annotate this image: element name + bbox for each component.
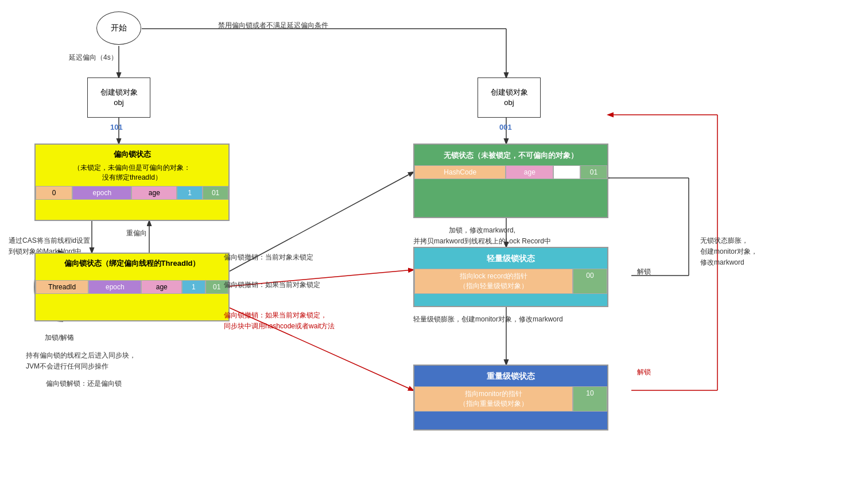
- unlocked-state-cells: HashCode age 0 01: [414, 165, 607, 179]
- cell-0: 0: [36, 186, 72, 200]
- diagram-container: 开始 延迟偏向（4s） 禁用偏向锁或者不满足延迟偏向条件 创建锁对象obj 10…: [0, 0, 846, 504]
- create-obj-right: 创建锁对象obj: [478, 77, 541, 118]
- disable-bias-label: 禁用偏向锁或者不满足延迟偏向条件: [218, 21, 328, 30]
- lightweight-state-cells: 指向lock record的指针（指向轻量级锁对象） 00: [414, 269, 607, 294]
- cell-age3: age: [506, 165, 553, 179]
- hold-bias-label: 持有偏向锁的线程之后进入同步块，JVM不会进行任何同步操作: [26, 350, 136, 372]
- code-101: 101: [110, 123, 123, 131]
- biased-state-1-cells: 0 epoch age 1 01: [36, 186, 228, 200]
- cell-epoch: epoch: [72, 186, 131, 200]
- heavyweight-state-cells: 指向monitor的指针（指向重量级锁对象） 10: [414, 386, 607, 412]
- code-001: 001: [499, 123, 512, 131]
- cell-lock-record: 指向lock record的指针（指向轻量级锁对象）: [414, 269, 573, 294]
- cell-epoch2: epoch: [88, 280, 141, 294]
- create-obj-left: 创建锁对象obj: [87, 77, 150, 118]
- heavyweight-state-title: 重量级锁状态: [414, 366, 607, 386]
- lock-unlock-label: 加锁/解锩: [45, 333, 74, 343]
- cell-0u: 0: [553, 165, 580, 179]
- cell-hashcode: HashCode: [414, 165, 506, 179]
- lightweight-expand-label: 轻量级锁膨胀，创建monitor对象，修改markword: [413, 315, 563, 324]
- bias-revoke-2-label: 偏向锁撤销：如果当前对象锁定: [224, 280, 320, 290]
- biased-state-2-title: 偏向锁状态（绑定偏向线程的ThreadId）: [36, 254, 228, 271]
- biased-state-1: 偏向锁状态 （未锁定，未偏向但是可偏向的对象：没有绑定threadId） 0 e…: [34, 144, 230, 221]
- bias-revoke-1-label: 偏向锁撤销：当前对象未锁定: [224, 253, 313, 262]
- start-label: 开始: [111, 23, 127, 33]
- cell-threadid: ThreadId: [36, 280, 88, 294]
- start-node: 开始: [96, 11, 141, 45]
- cell-1: 1: [177, 186, 203, 200]
- cell-00: 00: [573, 269, 607, 294]
- lightweight-state-title: 轻量级锁状态: [414, 248, 607, 269]
- heavyweight-state: 重量级锁状态 指向monitor的指针（指向重量级锁对象） 10: [413, 365, 608, 431]
- re-bias-label: 重偏向: [126, 228, 147, 238]
- cell-01u: 01: [580, 165, 607, 179]
- cell-monitor: 指向monitor的指针（指向重量级锁对象）: [414, 386, 573, 412]
- cell-age2: age: [141, 280, 182, 294]
- add-lock-label: 加锁，修改markword,并拷贝markword到线程栈上的Lock Reco…: [413, 225, 551, 247]
- biased-state-2: 偏向锁状态（绑定偏向线程的ThreadId） ThreadId epoch ag…: [34, 253, 230, 321]
- lightweight-state: 轻量级锁状态 指向lock record的指针（指向轻量级锁对象） 00: [413, 247, 608, 307]
- no-lock-expand-label: 无锁状态膨胀，创建monitor对象，修改markword: [700, 235, 758, 269]
- cell-12: 1: [182, 280, 205, 294]
- bias-revoke-3-label: 偏向锁撤销：如果当前对象锁定，同步块中调用hashcode或者wait方法: [224, 310, 335, 332]
- unlock-label-1: 解锁: [637, 267, 651, 277]
- unlocked-state: 无锁状态（未被锁定，不可偏向的对象） HashCode age 0 01: [413, 144, 608, 218]
- unlock-label-2: 解锁: [637, 367, 651, 377]
- biased-state-1-subtitle: （未锁定，未偏向但是可偏向的对象：没有绑定threadId）: [36, 162, 228, 186]
- cell-10: 10: [573, 386, 607, 412]
- bias-unlock-label: 偏向锁解锁：还是偏向锁: [46, 379, 122, 389]
- cell-age: age: [131, 186, 177, 200]
- delay-bias-label: 延迟偏向（4s）: [69, 53, 118, 63]
- biased-state-2-cells: ThreadId epoch age 1 01: [36, 280, 228, 294]
- unlocked-state-title: 无锁状态（未被锁定，不可偏向的对象）: [414, 145, 607, 165]
- cell-01: 01: [203, 186, 228, 200]
- biased-state-1-title: 偏向锁状态: [36, 145, 228, 162]
